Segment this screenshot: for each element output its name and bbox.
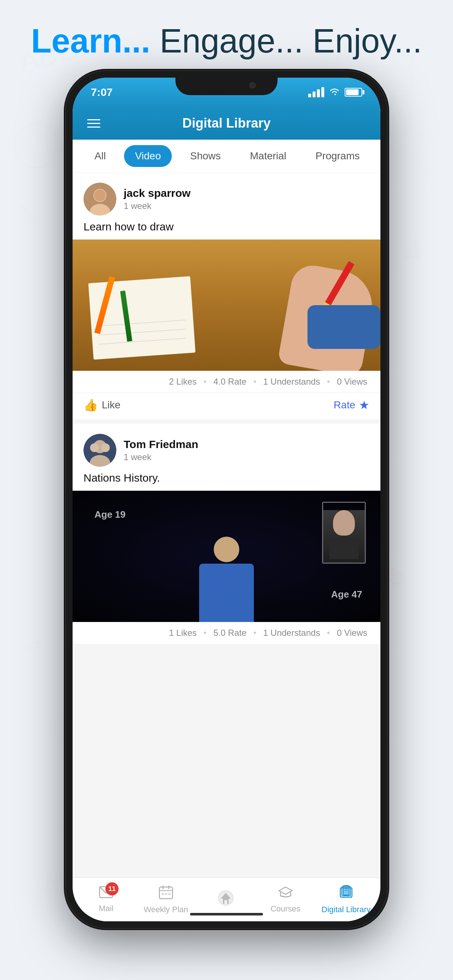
post-time-2: 1 week xyxy=(124,452,198,462)
weekly-plan-label: Weekly Plan xyxy=(144,905,188,915)
mail-badge: 11 xyxy=(105,882,118,896)
post-title-2: Nations History. xyxy=(73,472,380,491)
post-time-1: 1 week xyxy=(124,201,190,211)
views-2: 0 Views xyxy=(337,628,367,638)
home-indicator xyxy=(190,913,263,915)
svg-point-17 xyxy=(90,443,99,452)
digital-library-label: Digital Library xyxy=(322,905,371,915)
tab-all[interactable]: All xyxy=(83,145,117,167)
nav-item-mail[interactable]: 11 Mail xyxy=(83,886,130,913)
svg-rect-25 xyxy=(165,893,167,895)
video-thumb-2[interactable]: Age 19 Age 47 xyxy=(73,491,380,622)
nav-item-courses[interactable]: Courses xyxy=(262,886,309,914)
filter-tabs-bar: All Video Shows Material Programs xyxy=(73,140,380,172)
tab-video[interactable]: Video xyxy=(124,145,172,167)
wifi-icon xyxy=(329,86,340,99)
content-feed: jack sparrow 1 week Learn how to draw xyxy=(73,172,380,878)
rate-button-1[interactable]: Rate ★ xyxy=(334,398,370,412)
hero-learn-text: Learn... xyxy=(31,22,150,59)
hero-section: Learn... Engage... Enjoy... xyxy=(0,22,453,60)
video-thumb-1[interactable] xyxy=(73,240,380,371)
front-camera xyxy=(249,82,256,89)
svg-point-18 xyxy=(101,443,110,452)
calendar-icon xyxy=(159,885,173,903)
phone-frame: 7:07 xyxy=(66,71,387,928)
svg-rect-26 xyxy=(168,893,171,895)
post-card-1: jack sparrow 1 week Learn how to draw xyxy=(73,172,380,419)
understands-2: 1 Understands xyxy=(263,628,320,638)
post-title-1: Learn how to draw xyxy=(73,221,380,240)
hamburger-menu-button[interactable] xyxy=(87,119,100,127)
mail-label: Mail xyxy=(99,904,113,913)
views-1: 0 Views xyxy=(337,377,367,387)
svg-text:📐: 📐 xyxy=(18,202,41,223)
likes-count-2: 1 Likes xyxy=(169,628,196,638)
svg-rect-30 xyxy=(224,900,227,904)
nav-item-digital-library[interactable]: Digital Library xyxy=(322,885,371,915)
nav-bar: Digital Library xyxy=(73,107,380,140)
signal-strength-icon xyxy=(308,87,324,97)
post-header-2: Tom Friedman 1 week xyxy=(73,424,380,472)
tab-shows[interactable]: Shows xyxy=(179,145,231,167)
rate-value-2: 5.0 Rate xyxy=(214,628,247,638)
library-icon xyxy=(339,885,353,903)
post-stats-1: 2 Likes • 4.0 Rate • 1 Understands • 0 V… xyxy=(73,371,380,393)
courses-label: Courses xyxy=(271,904,301,914)
battery-icon xyxy=(345,88,362,97)
status-icons xyxy=(308,86,362,99)
rate-value-1: 4.0 Rate xyxy=(214,377,247,387)
nav-item-weekly-plan[interactable]: Weekly Plan xyxy=(142,885,190,915)
svg-point-1 xyxy=(14,124,58,168)
understands-1: 1 Understands xyxy=(263,377,320,387)
avatar-tom xyxy=(83,434,116,467)
phone-screen: 7:07 xyxy=(73,78,380,921)
courses-icon xyxy=(278,886,293,902)
svg-text:✏: ✏ xyxy=(22,632,48,660)
svg-point-6 xyxy=(405,168,434,197)
svg-rect-3 xyxy=(383,55,412,91)
like-button-1[interactable]: 👍 Like xyxy=(83,398,334,412)
post-header-1: jack sparrow 1 week xyxy=(73,172,380,221)
post-user-info-1: jack sparrow 1 week xyxy=(124,187,190,211)
post-user-info-2: Tom Friedman 1 week xyxy=(124,438,198,462)
hero-rest-text: Engage... Enjoy... xyxy=(150,22,422,59)
svg-point-13 xyxy=(94,189,106,201)
likes-count-1: 2 Likes xyxy=(169,377,196,387)
phone-notch xyxy=(175,78,278,95)
home-icon xyxy=(218,890,234,909)
post-card-2: Tom Friedman 1 week Nations History. xyxy=(73,424,380,644)
nav-item-home[interactable] xyxy=(202,890,249,909)
post-user-name-2: Tom Friedman xyxy=(124,438,198,450)
avatar-jack xyxy=(83,183,116,215)
tab-material[interactable]: Material xyxy=(239,145,297,167)
svg-text:🔬: 🔬 xyxy=(401,238,424,260)
svg-rect-24 xyxy=(161,893,164,895)
post-stats-2: 1 Likes • 5.0 Rate • 1 Understands • 0 V… xyxy=(73,622,380,644)
mail-icon: 11 xyxy=(99,886,113,902)
post-actions-1: 👍 Like Rate ★ xyxy=(73,393,380,419)
status-time: 7:07 xyxy=(91,86,113,99)
tab-programs[interactable]: Programs xyxy=(305,145,370,167)
page-title: Digital Library xyxy=(182,116,271,131)
post-user-name-1: jack sparrow xyxy=(124,187,190,199)
star-icon-1: ★ xyxy=(359,398,370,412)
thumbs-up-icon: 👍 xyxy=(83,398,98,412)
